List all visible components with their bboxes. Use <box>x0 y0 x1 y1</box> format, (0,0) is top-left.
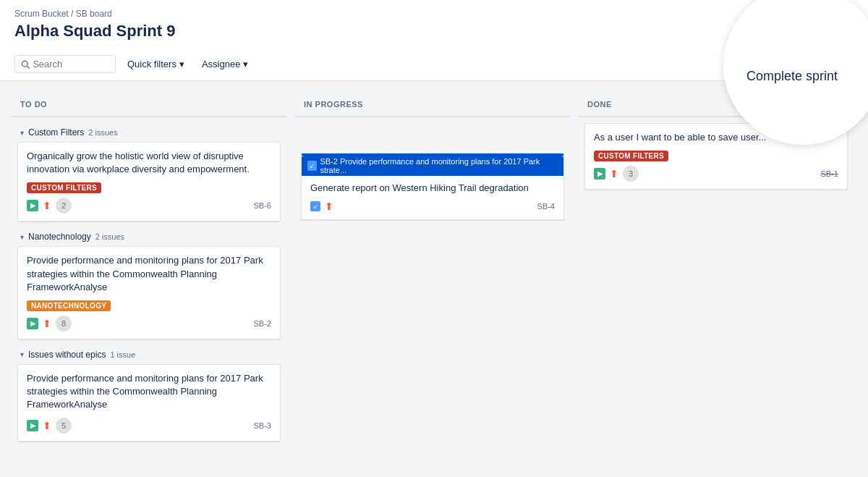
card-sb4[interactable]: ↙ SB-2 Provide performance and monitorin… <box>301 153 564 220</box>
priority-icon: ⬆ <box>41 200 53 211</box>
board: TO DO ▾ Custom Filters 2 issues Organica… <box>0 81 868 475</box>
card-footer: ▶ ⬆ 2 SB-6 <box>27 198 271 214</box>
story-icon-done: ▶ <box>594 168 605 180</box>
priority-icon-3: ⬆ <box>41 420 53 431</box>
search-input[interactable] <box>33 59 109 69</box>
card-left: ▶ ⬆ 2 <box>27 198 72 214</box>
priority-icon-sb4: ⬆ <box>323 200 335 212</box>
card-id-done: SB-1 <box>821 169 838 178</box>
column-body-done: As a user I want to be able to save user… <box>579 117 854 463</box>
column-todo: TO DO ▾ Custom Filters 2 issues Organica… <box>12 93 286 463</box>
subtask-type-icon: ↙ <box>310 201 320 211</box>
story-icon-3: ▶ <box>27 420 38 431</box>
epic-badge-done: CUSTOM FILTERS <box>594 151 668 161</box>
card-id-sb3: SB-3 <box>254 421 271 430</box>
card-title: Organically grow the holistic world view… <box>27 150 271 176</box>
subtask-ref-bar: ↙ SB-2 Provide performance and monitorin… <box>302 156 563 176</box>
avatar-count-done: 3 <box>623 166 639 182</box>
epic-header-custom-filters[interactable]: ▾ Custom Filters 2 issues <box>17 123 281 142</box>
chevron-icon-3: ▾ <box>20 350 24 358</box>
breadcrumb-board[interactable]: SB board <box>76 9 112 19</box>
quick-filters-button[interactable]: Quick filters ▾ <box>122 56 190 72</box>
epic-group-nanotechnology: ▾ Nanotechnology 2 issues Provide perfor… <box>17 227 281 339</box>
avatar-count-2: 8 <box>56 316 72 332</box>
chevron-down-icon: ▾ <box>179 59 184 69</box>
story-icon-2: ▶ <box>27 318 38 329</box>
complete-sprint-button[interactable]: Complete sprint <box>732 54 852 98</box>
chevron-down-icon-2: ▾ <box>243 59 248 69</box>
breadcrumb-project[interactable]: Scrum Bucket <box>14 9 69 19</box>
epic-name: Custom Filters <box>28 127 84 138</box>
chevron-icon-2: ▾ <box>20 233 24 241</box>
column-header-todo: TO DO <box>12 93 286 117</box>
epic-count-3: 1 issue <box>110 350 135 359</box>
epic-header-nanotechnology[interactable]: ▾ Nanotechnology 2 issues <box>17 227 281 246</box>
quick-filters-label: Quick filters <box>127 59 176 69</box>
column-inprogress: IN PROGRESS ↙ SB-2 Provide performance a… <box>295 93 570 463</box>
epic-group-custom-filters: ▾ Custom Filters 2 issues Organically gr… <box>17 123 281 221</box>
card-sb3[interactable]: Provide performance and monitoring plans… <box>17 364 281 442</box>
priority-icon-done: ⬆ <box>608 168 620 180</box>
breadcrumb-separator: / <box>71 9 73 19</box>
epic-badge-nano: NANOTECHNOLOGY <box>27 300 111 311</box>
card-sb6[interactable]: Organically grow the holistic world view… <box>17 142 281 221</box>
inprogress-epic-spacer <box>301 123 564 153</box>
priority-icon-2: ⬆ <box>41 318 53 329</box>
card-sb2[interactable]: Provide performance and monitoring plans… <box>17 246 281 339</box>
avatar-count-3: 5 <box>56 418 72 434</box>
assignee-label: Assignee <box>202 59 240 69</box>
card-id-sb4: SB-4 <box>537 202 555 211</box>
epic-badge: CUSTOM FILTERS <box>27 182 101 193</box>
column-done: DONE As a user I want to be able to save… <box>579 93 854 463</box>
breadcrumb: Scrum Bucket / SB board <box>14 9 175 19</box>
subtask-ref-text: SB-2 Provide performance and monitoring … <box>320 157 558 174</box>
card-left-sb1: ▶ ⬆ 3 <box>594 166 639 182</box>
subtask-icon: ↙ <box>307 161 317 171</box>
card-id: SB-6 <box>254 201 271 210</box>
column-header-inprogress: IN PROGRESS <box>295 93 570 117</box>
card-footer-sb3: ▶ ⬆ 5 SB-3 <box>27 418 271 434</box>
card-footer-sb1: ▶ ⬆ 3 SB-1 <box>594 166 838 182</box>
card-title-sb4: Generate report on Western Hiking Trail … <box>310 182 555 195</box>
column-body-inprogress: ↙ SB-2 Provide performance and monitorin… <box>295 117 570 463</box>
card-left-sb4: ↙ ⬆ <box>310 200 335 212</box>
epic-count: 2 issues <box>88 128 117 137</box>
avatar-count: 2 <box>56 198 72 214</box>
svg-line-1 <box>27 66 29 68</box>
epic-name-2: Nanotechnology <box>28 232 91 242</box>
card-id-sb2: SB-2 <box>254 319 271 328</box>
epic-group-no-epic: ▾ Issues without epics 1 issue Provide p… <box>17 345 281 442</box>
epic-count-2: 2 issues <box>95 232 124 241</box>
card-footer-sb4: ↙ ⬆ SB-4 <box>310 200 555 212</box>
card-title-sb2: Provide performance and monitoring plans… <box>27 254 271 294</box>
card-title-sb3: Provide performance and monitoring plans… <box>27 372 271 412</box>
epic-name-3: Issues without epics <box>28 350 106 360</box>
search-icon <box>21 59 30 69</box>
card-left-sb2: ▶ ⬆ 8 <box>27 316 72 332</box>
assignee-button[interactable]: Assignee ▾ <box>196 56 254 72</box>
column-body-todo: ▾ Custom Filters 2 issues Organically gr… <box>12 117 286 463</box>
search-box[interactable] <box>14 55 116 73</box>
epic-header-no-epic[interactable]: ▾ Issues without epics 1 issue <box>17 345 281 364</box>
card-left-sb3: ▶ ⬆ 5 <box>27 418 72 434</box>
chevron-icon: ▾ <box>20 129 24 137</box>
story-icon: ▶ <box>27 200 38 211</box>
page-title: Alpha Squad Sprint 9 <box>14 22 175 41</box>
card-footer-sb2: ▶ ⬆ 8 SB-2 <box>27 316 271 332</box>
